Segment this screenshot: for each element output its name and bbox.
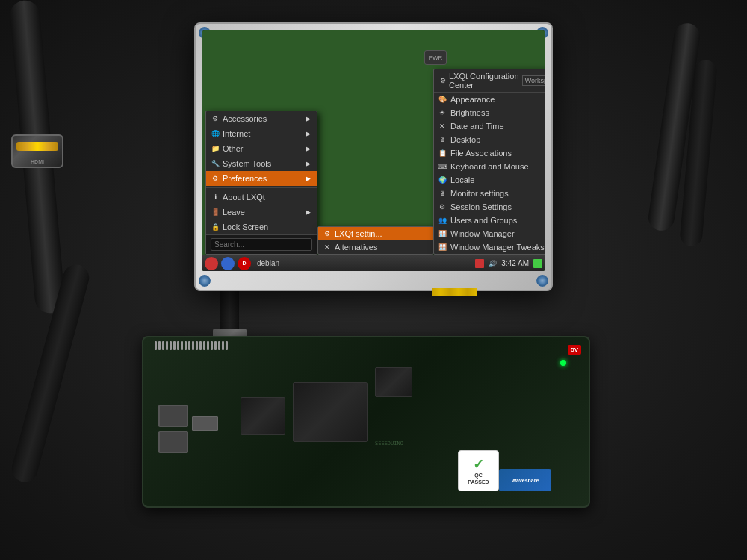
usb-port-1 — [158, 405, 188, 427]
gpio-pin-5 — [170, 341, 172, 350]
gpio-pin-15 — [207, 341, 209, 350]
search-input[interactable] — [211, 238, 312, 251]
lxqt-item-locale[interactable]: 🌍 Locale — [434, 173, 545, 187]
monitor-frame: PWR ⚙ LXQt Configuration Center Workspac… — [194, 22, 553, 291]
other-arrow: ▶ — [306, 145, 311, 152]
lxqt-header-icon: ⚙ — [440, 77, 446, 84]
locale-icon: 🌍 — [437, 175, 447, 185]
gpio-pin-7 — [177, 341, 179, 350]
wm-icon: 🪟 — [437, 228, 447, 239]
appearance-icon: 🎨 — [437, 94, 447, 105]
menu-item-lockscreen[interactable]: 🔒 Lock Screen — [206, 220, 317, 234]
fpc-ribbon — [432, 288, 477, 296]
leave-icon: 🚪 — [210, 207, 220, 217]
screw-bottom-left — [199, 275, 211, 287]
taskbar-label: debian — [257, 259, 279, 267]
main-chip — [293, 382, 368, 442]
taskbar-time: 3:42 AM — [501, 259, 529, 267]
lxqt-item-wm[interactable]: 🪟 Window Manager — [434, 227, 545, 240]
lxqt-item-fileassoc[interactable]: 📋 File Associations — [434, 146, 545, 160]
gpio-pin-13 — [199, 341, 202, 350]
lxqt-settings-icon: ⚙ — [322, 228, 332, 239]
gpio-pin-2 — [158, 341, 161, 350]
lxqt-item-brightness[interactable]: ☀ Brightness — [434, 106, 545, 119]
lxqt-item-session[interactable]: ⚙ Session Settings — [434, 200, 545, 214]
taskbar: D debian 🔊 3:42 AM — [202, 255, 545, 271]
gpio-pin-11 — [192, 341, 194, 350]
lxqt-item-users[interactable]: 👥 Users and Groups — [434, 214, 545, 227]
menu-item-other[interactable]: 📁 Other ▶ — [206, 141, 317, 156]
other-icon: 📁 — [210, 143, 220, 154]
lxqt-item-monitor[interactable]: 🖥 Monitor settings — [434, 187, 545, 200]
lxqt-header-label: LXQt Configuration Center — [449, 72, 519, 90]
taskbar-green-indicator — [533, 259, 542, 268]
menu-item-internet[interactable]: 🌐 Internet ▶ — [206, 126, 317, 141]
preferences-icon: ⚙ — [210, 173, 220, 184]
about-icon: ℹ — [210, 192, 220, 202]
gpio-pin-17 — [214, 341, 217, 350]
menu-item-accessories[interactable]: ⚙ Accessories ▶ — [206, 111, 317, 126]
accessories-arrow: ▶ — [306, 115, 311, 122]
screen-content: ⚙ LXQt Configuration Center Workspaces 🎨… — [202, 30, 545, 271]
lxqt-config-menu: ⚙ LXQt Configuration Center Workspaces 🎨… — [433, 69, 545, 255]
lxqt-item-keyboard[interactable]: ⌨ Keyboard and Mouse — [434, 160, 545, 173]
qc-passed-label: ✓ QCPASSED — [458, 450, 499, 491]
gpio-pin-12 — [196, 341, 198, 350]
hdmi-connector — [11, 134, 63, 168]
menu-search — [206, 234, 317, 254]
tertiary-chip — [375, 367, 412, 397]
monitor-icon: 🖥 — [437, 188, 447, 199]
usb-port-2 — [158, 431, 188, 453]
lxqt-menu-header: ⚙ LXQt Configuration Center Workspaces — [434, 69, 545, 93]
screen: ⚙ LXQt Configuration Center Workspaces 🎨… — [202, 30, 545, 271]
users-icon: 👥 — [437, 215, 447, 225]
internet-arrow: ▶ — [306, 130, 311, 137]
preferences-submenu: ⚙ LXQt settin... ✕ Alternatives — [317, 226, 433, 255]
gpio-pin-1 — [155, 341, 157, 350]
gpio-pin-9 — [185, 341, 187, 350]
screw-bottom-right — [536, 275, 548, 287]
gpio-pin-8 — [181, 341, 183, 350]
hdmi-port-board — [192, 416, 218, 431]
pcb-silkscreen: SEEEDUINO — [375, 441, 403, 447]
lxqt-item-wm-tweaks[interactable]: 🪟 Window Manager Tweaks — [434, 240, 545, 254]
menu-item-preferences[interactable]: ⚙ Preferences ▶ — [206, 171, 317, 186]
alternatives-icon: ✕ — [322, 242, 332, 252]
menu-item-about[interactable]: ℹ About LXQt — [206, 190, 317, 205]
accessories-icon: ⚙ — [210, 113, 220, 124]
gpio-pin-10 — [188, 341, 190, 350]
fileassoc-icon: 📋 — [437, 148, 447, 158]
qc-checkmark: ✓ — [473, 456, 484, 473]
preferences-arrow: ▶ — [306, 175, 311, 182]
taskbar-debian-logo[interactable]: D — [238, 257, 251, 270]
pcb-board-area: 5V ✓ QCPASSED Waveshare SEEEDUINO — [142, 336, 605, 523]
desktop-icon: 🖥 — [437, 134, 447, 145]
app-menu: ⚙ Accessories ▶ 🌐 Internet ▶ 📁 Other ▶ 🔧… — [205, 111, 317, 255]
lockscreen-icon: 🔒 — [210, 222, 220, 232]
gpio-pin-14 — [203, 341, 205, 350]
submenu-alternatives[interactable]: ✕ Alternatives — [318, 240, 433, 254]
gpio-header — [155, 341, 228, 350]
gpio-pin-3 — [162, 341, 164, 350]
qc-text: QCPASSED — [468, 473, 489, 485]
menu-item-systemtools[interactable]: 🔧 System Tools ▶ — [206, 156, 317, 171]
pcb-board: 5V ✓ QCPASSED Waveshare SEEEDUINO — [142, 336, 590, 508]
secondary-chip — [241, 397, 285, 435]
gpio-pin-4 — [166, 341, 168, 350]
workspaces-btn[interactable]: Workspaces — [522, 75, 545, 86]
menu-item-leave[interactable]: 🚪 Leave ▶ — [206, 205, 317, 220]
taskbar-btn-blue[interactable] — [221, 257, 235, 270]
systemtools-icon: 🔧 — [210, 158, 220, 169]
lxqt-item-datetime[interactable]: ✕ Date and Time — [434, 119, 545, 133]
power-indicator: PWR — [424, 50, 447, 65]
waveshare-label: Waveshare — [512, 478, 539, 483]
lxqt-item-desktop[interactable]: 🖥 Desktop — [434, 133, 545, 146]
keyboard-icon: ⌨ — [437, 161, 447, 172]
gpio-pin-20 — [226, 341, 228, 350]
brightness-icon: ☀ — [437, 108, 447, 118]
submenu-lxqt-settings[interactable]: ⚙ LXQt settin... — [318, 227, 433, 240]
gpio-pin-6 — [173, 341, 176, 350]
menu-sep-1 — [206, 187, 317, 188]
lxqt-item-appearance[interactable]: 🎨 Appearance — [434, 93, 545, 106]
taskbar-btn-red[interactable] — [205, 257, 218, 270]
